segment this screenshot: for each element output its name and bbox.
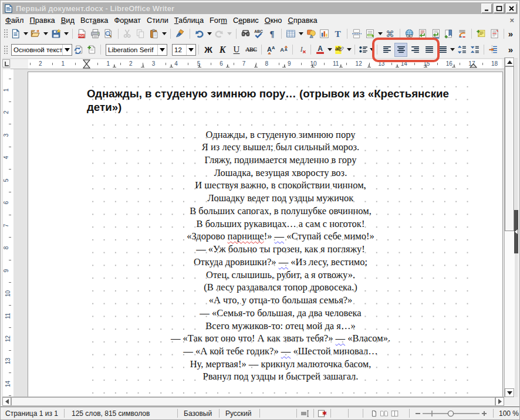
italic-button[interactable]: K	[215, 43, 229, 57]
menu-справка[interactable]: Справка	[285, 15, 320, 26]
unordered-list-dropdown-arrow[interactable]	[369, 43, 374, 57]
menu-правка[interactable]: Правка	[26, 15, 58, 26]
toolbar-overflow-button[interactable]: »	[508, 45, 513, 55]
font-size-combobox[interactable]: 12	[172, 44, 196, 56]
insert-footnote-button[interactable]	[416, 26, 430, 40]
font-color-button[interactable]	[313, 43, 326, 57]
vertical-scroll-thumb[interactable]	[505, 66, 514, 231]
insert-field-dropdown-arrow[interactable]	[377, 26, 384, 40]
tab-stop-selector[interactable]	[2, 59, 10, 67]
close-document-icon[interactable]: ×	[509, 16, 514, 25]
print-preview-button[interactable]	[102, 26, 116, 40]
book-view-button[interactable]	[391, 409, 399, 418]
insert-table-dropdown-arrow[interactable]	[298, 26, 305, 40]
scroll-down-button[interactable]	[505, 388, 514, 397]
clone-formatting-button[interactable]	[174, 26, 187, 40]
highlight-color-button[interactable]	[333, 43, 346, 57]
save-dropdown-arrow[interactable]	[63, 26, 70, 40]
open-dropdown-arrow[interactable]	[42, 26, 49, 40]
scroll-left-button[interactable]	[2, 397, 11, 406]
single-page-view-button[interactable]	[370, 409, 377, 418]
vertical-scrollbar[interactable]	[504, 57, 515, 397]
left-indent-marker[interactable]	[83, 59, 90, 69]
spelling-button[interactable]	[252, 26, 266, 40]
export-pdf-button[interactable]	[76, 26, 89, 40]
highlight-color-dropdown-arrow[interactable]	[346, 43, 352, 57]
insert-page-break-button[interactable]	[350, 26, 364, 40]
insert-endnote-button[interactable]	[429, 26, 443, 40]
undo-dropdown-arrow[interactable]	[206, 26, 213, 40]
new-document-button[interactable]	[9, 26, 22, 40]
align-right-button[interactable]	[408, 43, 421, 57]
track-changes-button[interactable]	[488, 26, 501, 40]
menu-формат[interactable]: Формат	[111, 15, 143, 26]
menu-вставка[interactable]: Вставка	[77, 15, 112, 26]
font-name-combobox[interactable]: Liberation Serif	[106, 44, 167, 56]
minimize-button[interactable]	[481, 4, 492, 13]
insert-chart-button[interactable]	[318, 26, 332, 40]
indent-increase-button[interactable]	[487, 43, 499, 57]
horizontal-scrollbar[interactable]	[2, 397, 504, 407]
menu-form[interactable]: Form	[207, 15, 230, 26]
combo-dropdown-arrow[interactable]	[186, 45, 195, 55]
page-style-status[interactable]: Базовый	[178, 409, 219, 418]
poem-text[interactable]: Однажды, в студеную зимнюю поруЯ из лесу…	[87, 128, 474, 384]
insert-shapes-button[interactable]	[305, 26, 318, 40]
toolbar-overflow-button[interactable]: »	[508, 29, 513, 39]
combo-dropdown-arrow[interactable]	[157, 45, 167, 55]
toolbar-grip[interactable]	[3, 28, 8, 39]
insert-comment-button[interactable]	[475, 26, 488, 40]
unordered-list-button[interactable]	[357, 43, 369, 57]
paste-dropdown-arrow[interactable]	[161, 26, 168, 40]
cut-button[interactable]	[121, 26, 134, 40]
menu-файл[interactable]: Файл	[2, 15, 26, 26]
vertical-ruler[interactable]: 1234567891011121314	[3, 69, 13, 397]
save-button[interactable]	[49, 26, 63, 40]
word-count-status[interactable]: 125 слов, 815 символов	[65, 409, 177, 418]
right-indent-marker[interactable]	[470, 63, 477, 68]
horizontal-ruler[interactable]: 12345678910111213141516171821	[11, 59, 509, 69]
document-page[interactable]: Однажды, в студеную зимнюю пору… (отрыво…	[28, 72, 503, 397]
find-replace-button[interactable]	[239, 26, 252, 40]
menu-таблица[interactable]: Таблица	[171, 15, 207, 26]
new-document-dropdown-arrow[interactable]	[22, 26, 29, 40]
insert-special-character-button[interactable]	[384, 26, 397, 40]
language-status[interactable]: Русский	[220, 409, 259, 418]
justify-button[interactable]	[423, 43, 435, 57]
line-spacing-dropdown-arrow[interactable]	[449, 43, 455, 57]
menu-стили[interactable]: Стили	[144, 15, 171, 26]
toolbar-grip[interactable]	[3, 45, 8, 55]
align-center-button[interactable]	[394, 43, 407, 57]
clear-formatting-button[interactable]	[295, 43, 308, 57]
insert-cross-reference-button[interactable]	[455, 26, 469, 40]
document-heading[interactable]: Однажды, в студеную зимнюю пору… (отрыво…	[87, 87, 474, 114]
selection-mode-indicator[interactable]	[297, 409, 313, 418]
open-button[interactable]	[29, 26, 43, 40]
insert-table-button[interactable]	[285, 26, 298, 40]
paste-button[interactable]	[147, 26, 161, 40]
multi-page-view-button[interactable]	[380, 409, 389, 418]
horizontal-scroll-thumb[interactable]	[11, 397, 495, 406]
print-button[interactable]	[89, 26, 102, 40]
sidebar-show-button[interactable]	[514, 210, 518, 253]
scroll-right-button[interactable]	[495, 397, 504, 406]
update-style-button[interactable]	[72, 43, 85, 57]
page-number-status[interactable]: Страница 1 из 1	[1, 409, 64, 418]
scroll-up-button[interactable]	[505, 57, 514, 66]
undo-button[interactable]	[193, 26, 206, 40]
new-style-button[interactable]	[85, 43, 98, 57]
font-color-dropdown-arrow[interactable]	[326, 43, 333, 57]
spacing-decrease-button[interactable]	[468, 43, 481, 57]
line-spacing-button[interactable]	[436, 43, 449, 57]
underline-button[interactable]: U	[229, 43, 244, 57]
shrink-font-button[interactable]	[277, 43, 290, 57]
formatting-marks-button[interactable]	[265, 26, 279, 40]
align-left-button[interactable]	[380, 43, 393, 57]
insert-textbox-button[interactable]	[331, 26, 345, 40]
menu-сервис[interactable]: Сервис	[230, 15, 262, 26]
paragraph-style-combobox[interactable]: Основной текст	[11, 44, 72, 56]
zoom-percentage[interactable]: 100 %	[494, 409, 520, 418]
redo-dropdown-arrow[interactable]	[226, 26, 233, 40]
bold-button[interactable]: Ж	[201, 43, 215, 57]
combo-dropdown-arrow[interactable]	[62, 45, 72, 55]
